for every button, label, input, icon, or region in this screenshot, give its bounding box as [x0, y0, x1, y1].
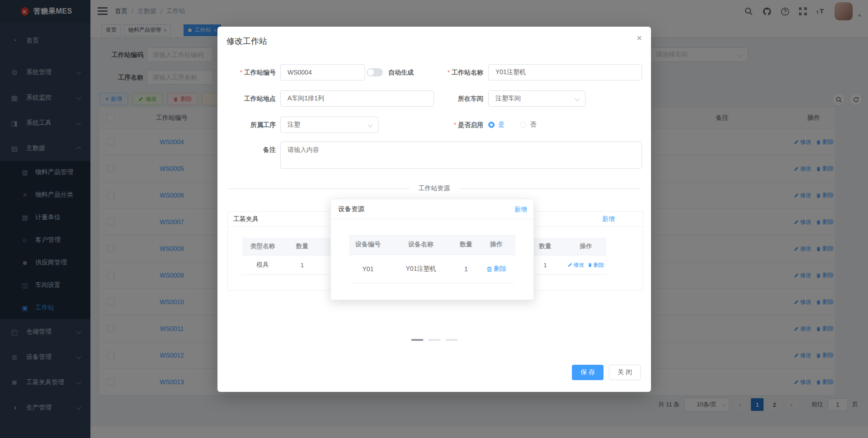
carousel-dot-3[interactable]: [445, 339, 458, 341]
process-select[interactable]: 注塑: [280, 117, 378, 133]
fixture-qty: 1: [283, 255, 321, 274]
enabled-no-radio[interactable]: 否: [520, 121, 536, 129]
device-col-qty: 数量: [455, 235, 477, 254]
device-add-link[interactable]: 新增: [514, 206, 527, 214]
workshop-label: 所在车间: [425, 90, 483, 107]
device-col-name: 设备名称: [387, 235, 455, 254]
radio-dot: [520, 122, 526, 128]
close-button[interactable]: 关 闭: [609, 365, 641, 380]
process-label: 所属工序: [217, 117, 276, 133]
save-button[interactable]: 保 存: [572, 365, 604, 380]
carousel-dot-2[interactable]: [428, 339, 440, 341]
fixture-col-qty: 数量: [283, 238, 321, 255]
fixture-col-type: 类型名称: [242, 238, 283, 255]
code-input[interactable]: [280, 64, 365, 80]
location-input[interactable]: [280, 90, 434, 107]
enabled-label: 是否启用: [425, 117, 483, 133]
device-name: Y01注塑机: [387, 255, 455, 283]
device-col-action: 操作: [477, 235, 515, 254]
popup-header: 设备资源 新增: [331, 199, 533, 219]
right-delete-link[interactable]: 删除: [588, 261, 604, 269]
workshop-select[interactable]: 注塑车间: [488, 90, 585, 107]
remark-label: 备注: [217, 141, 276, 158]
radio-dot: [488, 122, 495, 128]
auto-generate-toggle[interactable]: [367, 68, 383, 76]
remark-textarea[interactable]: [280, 141, 642, 169]
auto-generate-label: 自动生成: [388, 64, 414, 80]
device-qty: 1: [455, 255, 477, 283]
popup-title: 设备资源: [338, 205, 364, 213]
code-label: 工作站编号: [217, 64, 276, 80]
right-edit-link[interactable]: 修改: [568, 261, 585, 269]
chevron-down-icon: [575, 96, 580, 101]
device-delete-link[interactable]: 删除: [486, 265, 506, 273]
device-code: Y01: [349, 255, 387, 283]
carousel-indicators: [411, 339, 458, 341]
device-row: Y01 Y01注塑机 1 删除: [349, 255, 515, 283]
dialog-close-icon[interactable]: ×: [637, 33, 642, 43]
device-resources-popup: 设备资源 新增 设备编号 设备名称 数量 操作 Y01 Y01注塑机 1 删除: [330, 199, 534, 300]
dialog-footer: 保 存 关 闭: [572, 365, 641, 380]
device-table: 设备编号 设备名称 数量 操作 Y01 Y01注塑机 1 删除: [349, 235, 515, 283]
carousel-dot-1[interactable]: [411, 339, 423, 341]
dialog-title: 修改工作站: [226, 36, 267, 47]
resources-divider: 工作站资源: [228, 188, 640, 189]
right-card-add-link[interactable]: 新增: [602, 215, 615, 223]
name-input[interactable]: [488, 64, 642, 80]
location-label: 工作站地点: [217, 90, 276, 107]
device-col-code: 设备编号: [349, 235, 387, 254]
edit-workstation-dialog: 修改工作站 × 工作站编号 自动生成 工作站名称 工作站地点 所在车间 注塑车间…: [217, 27, 651, 392]
name-label: 工作站名称: [425, 64, 483, 80]
chevron-down-icon: [368, 122, 373, 127]
right-col-action: 操作: [566, 238, 606, 255]
enabled-yes-radio[interactable]: 是: [488, 121, 505, 129]
fixture-type: 模具: [242, 255, 283, 274]
